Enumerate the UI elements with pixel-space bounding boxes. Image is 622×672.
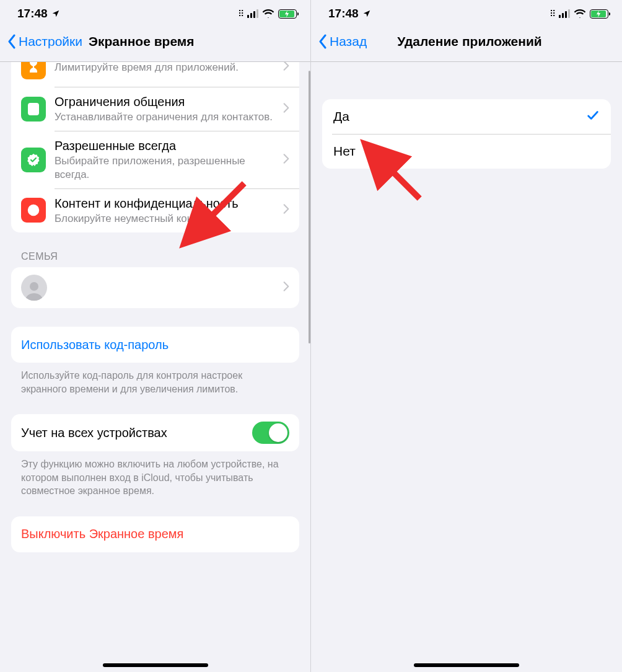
share-across-devices-row[interactable]: Учет на всех устройствах bbox=[11, 414, 299, 451]
back-button[interactable]: Назад bbox=[316, 34, 367, 49]
row-title: Контент и конфиденциальность bbox=[55, 196, 277, 211]
app-limits-sub: Лимитируйте время для приложений. bbox=[55, 62, 277, 74]
status-time: 17:48 bbox=[17, 7, 48, 20]
chevron-right-icon bbox=[283, 102, 289, 116]
cellular-icon bbox=[559, 9, 570, 18]
svg-point-1 bbox=[32, 106, 35, 110]
use-passcode-row[interactable]: Использовать код-пароль bbox=[11, 327, 299, 363]
options-group: Да Нет bbox=[322, 99, 611, 169]
turn-off-screen-time-row[interactable]: Выключить Экранное время bbox=[11, 516, 299, 552]
cellular-icon bbox=[247, 9, 258, 18]
page-title: Экранное время bbox=[89, 34, 195, 49]
family-group bbox=[11, 267, 299, 308]
hourglass-icon bbox=[21, 62, 46, 79]
status-bar: 17:48 ⠿ bbox=[0, 0, 310, 27]
chevron-right-icon bbox=[283, 153, 289, 167]
option-no-row[interactable]: Нет bbox=[322, 134, 611, 169]
option-label: Нет bbox=[333, 143, 600, 159]
chevron-right-icon bbox=[283, 281, 289, 294]
dual-sim-icon: ⠿ bbox=[238, 9, 243, 19]
family-section-header: СЕМЬЯ bbox=[0, 232, 310, 267]
option-yes-row[interactable]: Да bbox=[322, 99, 611, 134]
checkbadge-icon bbox=[21, 148, 46, 172]
option-label: Да bbox=[333, 108, 586, 125]
location-icon bbox=[51, 9, 60, 18]
back-button[interactable]: Настройки bbox=[5, 34, 82, 49]
back-label: Назад bbox=[330, 34, 367, 49]
no-symbol-icon bbox=[21, 198, 46, 223]
screen-time-screen: 17:48 ⠿ Настройки Экранное время Лимит bbox=[0, 0, 311, 672]
location-icon bbox=[362, 9, 371, 18]
row-title: Выключить Экранное время bbox=[21, 526, 289, 542]
app-limits-row[interactable]: Лимитируйте время для приложений. bbox=[11, 62, 299, 87]
chevron-right-icon bbox=[283, 203, 289, 217]
all-devices-footer: Эту функцию можно включить на любом устр… bbox=[0, 451, 310, 498]
limits-group: Лимитируйте время для приложений. Ограни… bbox=[11, 62, 299, 232]
navigation-bar: Настройки Экранное время bbox=[0, 27, 310, 62]
content: Да Нет bbox=[311, 62, 622, 672]
row-title: Использовать код-пароль bbox=[21, 337, 289, 353]
row-sub: Устанавливайте ограничения для контактов… bbox=[55, 110, 277, 123]
scroll-indicator bbox=[309, 71, 310, 343]
svg-point-3 bbox=[30, 282, 38, 291]
battery-icon bbox=[278, 9, 297, 19]
battery-icon bbox=[590, 9, 608, 19]
status-bar: 17:48 ⠿ bbox=[311, 0, 622, 27]
back-label: Настройки bbox=[19, 34, 82, 49]
home-indicator bbox=[103, 663, 208, 667]
content-privacy-row[interactable]: Контент и конфиденциальность Блокируйте … bbox=[11, 188, 299, 232]
row-title: Ограничения общения bbox=[55, 94, 277, 110]
dual-sim-icon: ⠿ bbox=[550, 9, 554, 19]
turn-off-group: Выключить Экранное время bbox=[11, 516, 299, 552]
row-title: Разрешенные всегда bbox=[55, 138, 277, 154]
content: Лимитируйте время для приложений. Ограни… bbox=[0, 62, 310, 672]
home-indicator bbox=[414, 663, 519, 667]
delete-apps-screen: 17:48 ⠿ Назад Удаление приложений Да Не bbox=[311, 0, 622, 672]
always-allowed-row[interactable]: Разрешенные всегда Выбирайте приложения,… bbox=[11, 131, 299, 188]
wifi-icon bbox=[574, 9, 586, 18]
family-member-row[interactable] bbox=[11, 267, 299, 308]
passcode-group: Использовать код-пароль bbox=[11, 327, 299, 363]
chevron-left-icon bbox=[318, 34, 327, 49]
status-time: 17:48 bbox=[328, 7, 359, 20]
all-devices-group: Учет на всех устройствах bbox=[11, 414, 299, 451]
contact-icon bbox=[21, 97, 46, 122]
chevron-left-icon bbox=[7, 34, 16, 49]
row-title: Учет на всех устройствах bbox=[21, 425, 252, 441]
chevron-right-icon bbox=[283, 62, 289, 74]
toggle-switch[interactable] bbox=[252, 422, 289, 444]
wifi-icon bbox=[262, 9, 274, 18]
row-sub: Блокируйте неуместный контент. bbox=[55, 212, 277, 225]
checkmark-icon bbox=[586, 108, 600, 125]
row-sub: Выбирайте приложения, разрешенные всегда… bbox=[55, 154, 277, 181]
communication-limits-row[interactable]: Ограничения общения Устанавливайте огран… bbox=[11, 87, 299, 131]
passcode-footer: Используйте код-пароль для контроля наст… bbox=[0, 363, 310, 396]
navigation-bar: Назад Удаление приложений bbox=[311, 27, 622, 62]
avatar-icon bbox=[21, 275, 47, 301]
